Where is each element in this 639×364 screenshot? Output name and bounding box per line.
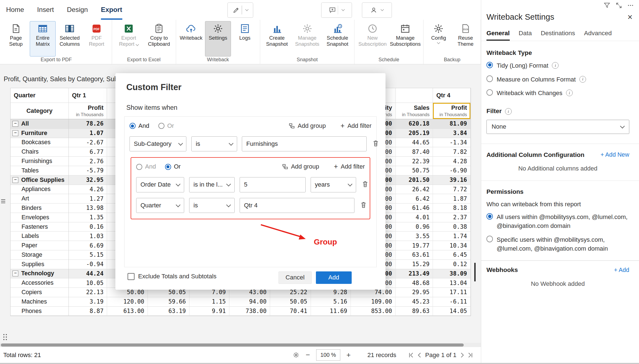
chevron-down-icon [176, 182, 181, 186]
info-icon: i [566, 90, 573, 96]
chevron-down-icon [176, 202, 181, 207]
add-new-column-link[interactable]: + Add New [600, 151, 629, 158]
filter-heading: Filter [486, 108, 502, 115]
horizontal-scrollbar[interactable] [0, 343, 481, 347]
operator-select[interactable]: is [191, 136, 237, 151]
collapse-icon[interactable]: − [12, 121, 18, 127]
value-cell: 17.11 [433, 288, 470, 297]
next-page-icon[interactable] [459, 352, 465, 358]
value-cell: -0.94 [69, 260, 107, 269]
ribbon-button-manage-snapshots[interactable]: Manage Snapshots [293, 21, 322, 56]
filter-value-input[interactable] [240, 198, 354, 213]
pagination: Page 1 of 1 [408, 352, 473, 359]
and-radio[interactable]: And [136, 163, 156, 170]
comment-split-button[interactable] [321, 2, 352, 18]
ribbon-button-create-snapshot[interactable]: Create Snapshot [262, 21, 292, 56]
ribbon-button-schedule-snapshot[interactable]: Schedule Snapshot [323, 21, 352, 56]
horizontal-scrollbar-thumb[interactable] [1, 343, 464, 347]
delete-condition-button[interactable] [359, 201, 367, 210]
ribbon-group-export-to-excel: Export ReportCopy to ClipboardExport to … [112, 20, 176, 64]
menu-tab-insert[interactable]: Insert [37, 0, 54, 20]
zoom-in-button[interactable]: + [346, 351, 351, 359]
settings-tab-advanced[interactable]: Advanced [584, 30, 612, 40]
cancel-button[interactable]: Cancel [278, 271, 312, 284]
field-select[interactable]: Quarter [136, 198, 184, 213]
or-radio[interactable]: Or [165, 163, 181, 170]
ribbon-group-snapshot: Create SnapshotManage SnapshotsSchedule … [260, 20, 354, 64]
table-row-phones[interactable]: Phones8.87613.0063.199.91738.0070.4111.6… [11, 307, 471, 316]
ribbon-button-logs[interactable]: Logs [232, 21, 258, 56]
ribbon-button-page-setup[interactable]: Page Setup [3, 21, 29, 56]
field-select[interactable]: Sub-Category [130, 136, 187, 151]
operator-select[interactable]: is in the l... [189, 177, 235, 192]
radio-icon [486, 236, 493, 242]
filter-select[interactable]: None [486, 120, 629, 134]
collapse-icon[interactable]: − [12, 271, 18, 276]
add-group-button[interactable]: Add group [282, 163, 319, 170]
menu-tab-design[interactable]: Design [67, 0, 88, 20]
add-filter-button[interactable]: +Add filter [341, 122, 372, 129]
add-webhook-link[interactable]: + Add [614, 267, 629, 274]
settings-tab-data[interactable]: Data [519, 30, 532, 40]
left-resize-grip[interactable] [1, 199, 5, 204]
ribbon-button-writeback[interactable]: Writeback [178, 21, 204, 56]
chevron-down-icon [245, 8, 248, 11]
zoom-level-box[interactable]: 100 % [316, 349, 340, 360]
first-page-icon[interactable] [408, 352, 414, 358]
previous-page-icon[interactable] [417, 352, 423, 358]
add-filter-button[interactable]: +Add filter [334, 163, 365, 170]
additional-columns-empty: No Additional columns added [486, 165, 629, 172]
writeback-pen-button[interactable] [227, 2, 253, 18]
category-cell: Fasteners [11, 222, 69, 232]
ribbon: Page SetupEntire MatrixSelected ColumnsP… [0, 20, 481, 64]
q4-profit-header-highlighted[interactable]: Profitin Thousands [433, 103, 470, 119]
ribbon-button-copy-to-clipboard[interactable]: Copy to Clipboard [144, 21, 174, 56]
operator-select[interactable]: is [189, 198, 235, 213]
writeback-type-option-measure-on-columns[interactable]: Measure on Columns Formati [486, 75, 629, 84]
ribbon-button-export-report[interactable]: Export Report [114, 21, 143, 56]
or-radio[interactable]: Or [158, 122, 174, 129]
writeback-type-option-writeback-with-changes[interactable]: Writeback with Changesi [486, 89, 629, 98]
ribbon-button-entire-matrix[interactable]: Entire Matrix [30, 21, 56, 56]
ribbon-button-reuse-theme[interactable]: JSONReuse Theme [453, 21, 479, 56]
table-settings-gear-icon[interactable] [293, 352, 300, 358]
settings-tab-general[interactable]: General [486, 30, 510, 40]
account-button[interactable] [362, 2, 392, 18]
settings-tab-destinations[interactable]: Destinations [541, 30, 575, 40]
value-cell: 94.00 [229, 297, 270, 307]
ribbon-button-selected-columns[interactable]: Selected Columns [57, 21, 83, 56]
exclude-totals-checkbox[interactable]: Exclude Totals and Subtotals [128, 273, 217, 280]
permission-option-all-users-within[interactable]: All users within @mobilitysys.com, @lume… [486, 213, 629, 230]
writeback-type-option-tidy-long-format[interactable]: Tidy (Long) Formati [486, 61, 629, 70]
ribbon-button-settings[interactable]: Settings [205, 21, 231, 56]
field-select[interactable]: Order Date [136, 177, 184, 192]
drag-handle-icon[interactable] [3, 334, 7, 341]
last-page-icon[interactable] [467, 352, 473, 358]
unit-select[interactable]: years [311, 177, 356, 192]
and-radio[interactable]: And [130, 122, 149, 129]
menu-tab-home[interactable]: Home [6, 0, 24, 20]
close-icon[interactable]: × [628, 13, 633, 22]
ribbon-button-manage-subscriptions[interactable]: Manage Subscriptions [389, 21, 421, 56]
zoom-out-button[interactable]: − [305, 351, 311, 359]
focus-mode-icon[interactable] [615, 2, 622, 9]
permission-option-specific-users-within[interactable]: Specific users within @mobilitysys.com, … [486, 235, 629, 253]
category-cell: −Office Supplies [11, 175, 69, 185]
filter-value-input[interactable] [242, 136, 367, 151]
add-button[interactable]: Add [316, 271, 352, 284]
menu-tab-export[interactable]: Export [101, 0, 122, 20]
delete-condition-button[interactable] [372, 139, 380, 149]
filter-value-input[interactable] [240, 177, 306, 192]
add-group-button[interactable]: Add group [289, 122, 326, 129]
collapse-icon[interactable]: − [12, 130, 18, 136]
more-options-icon[interactable] [627, 2, 634, 9]
collapse-icon[interactable]: − [12, 177, 18, 183]
delete-condition-button[interactable] [361, 180, 369, 190]
table-row-machines[interactable]: Machines3.19120.0059.661.1594.0050.055.1… [11, 297, 471, 307]
ribbon-button-config[interactable]: Config [426, 21, 452, 56]
value-cell: 70.41 [270, 307, 311, 316]
ribbon-button-pdf-report[interactable]: PDFPDF Report [83, 21, 110, 56]
vertical-scrollbar-thumb[interactable] [474, 263, 475, 282]
ribbon-button-new-subscription[interactable]: New Subscription [356, 21, 388, 56]
filter-icon[interactable] [604, 2, 610, 9]
